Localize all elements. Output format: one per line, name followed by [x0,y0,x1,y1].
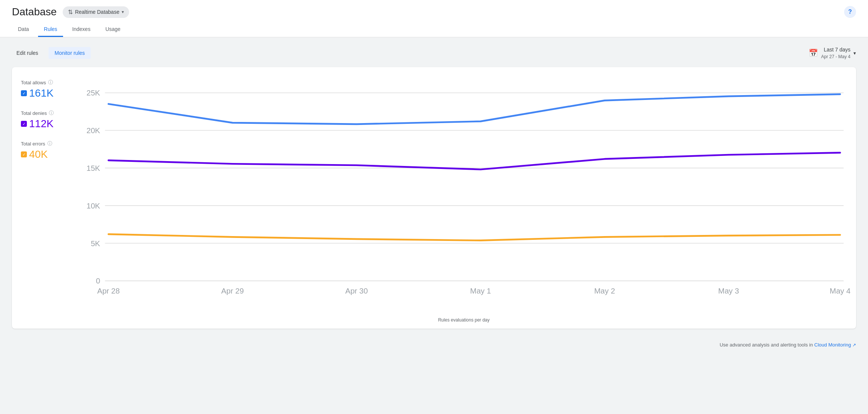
svg-text:15K: 15K [87,164,100,172]
allows-help-icon[interactable]: ⓘ [48,79,53,86]
chart-svg: 25K 20K 15K 10K 5K 0 [81,76,847,313]
svg-text:5K: 5K [91,239,100,248]
main-content: Edit rules Monitor rules 📅 Last 7 days A… [0,37,868,338]
date-text: Last 7 days Apr 27 - May 4 [821,46,850,60]
errors-help-icon[interactable]: ⓘ [47,140,52,147]
legend-allows-value: ✓ 161K [21,87,75,99]
tab-usage[interactable]: Usage [99,22,126,37]
tab-nav: Data Rules Indexes Usage [12,22,856,37]
errors-checkbox[interactable]: ✓ [21,151,27,157]
legend-denies: Total denies ⓘ ✓ 112K [21,110,75,130]
date-chevron-icon: ▾ [853,50,856,56]
legend-allows-label: Total allows ⓘ [21,79,75,86]
legend-errors-value: ✓ 40K [21,148,75,160]
legend-errors: Total errors ⓘ ✓ 40K [21,140,75,160]
help-label: ? [848,9,852,15]
legend-denies-label: Total denies ⓘ [21,110,75,116]
legend-allows: Total allows ⓘ ✓ 161K [21,79,75,99]
page-title: Database [12,6,57,18]
external-link-icon: ↗ [852,342,856,348]
tab-rules[interactable]: Rules [38,22,63,37]
calendar-icon: 📅 [809,48,818,57]
date-range-main: Last 7 days [821,46,850,54]
legend-errors-label: Total errors ⓘ [21,140,75,147]
chart-footer-label: Rules evaluations per day [81,317,847,323]
chart-area: 25K 20K 15K 10K 5K 0 [81,76,847,323]
svg-text:10K: 10K [87,201,100,210]
date-range-sub: Apr 27 - May 4 [821,54,850,60]
denies-help-icon[interactable]: ⓘ [49,110,54,116]
edit-rules-button[interactable]: Edit rules [12,47,43,59]
svg-text:Apr 30: Apr 30 [345,286,368,295]
tab-indexes[interactable]: Indexes [66,22,96,37]
chart-layout: Total allows ⓘ ✓ 161K Total denies ⓘ ✓ [21,76,847,323]
chart-card: Total allows ⓘ ✓ 161K Total denies ⓘ ✓ [12,67,856,329]
allows-checkbox[interactable]: ✓ [21,90,27,96]
chevron-down-icon: ▾ [122,9,124,15]
page-header: Database ⇅ Realtime Database ▾ ? Data Ru… [0,0,868,37]
svg-text:May 1: May 1 [470,286,491,295]
denies-checkbox[interactable]: ✓ [21,121,27,127]
date-selector[interactable]: 📅 Last 7 days Apr 27 - May 4 ▾ [809,46,856,60]
monitor-rules-button[interactable]: Monitor rules [49,47,91,59]
legend-denies-value: ✓ 112K [21,118,75,130]
footer-note: Use advanced analysis and alerting tools… [0,338,868,351]
cloud-monitoring-link[interactable]: Cloud Monitoring ↗ [814,342,856,348]
svg-text:20K: 20K [87,126,100,135]
chart-legend: Total allows ⓘ ✓ 161K Total denies ⓘ ✓ [21,76,81,323]
toolbar: Edit rules Monitor rules 📅 Last 7 days A… [12,46,856,60]
header-top: Database ⇅ Realtime Database ▾ ? [12,6,856,22]
svg-text:May 4: May 4 [830,286,850,295]
db-selector-label: Realtime Database [75,9,119,15]
errors-label-text: Total errors [21,141,45,147]
help-button[interactable]: ? [844,6,856,18]
db-icon: ⇅ [68,9,73,16]
svg-text:Apr 28: Apr 28 [97,286,119,295]
svg-text:Apr 29: Apr 29 [221,286,244,295]
svg-text:May 3: May 3 [718,286,739,295]
denies-label-text: Total denies [21,110,47,116]
svg-text:25K: 25K [87,89,100,97]
tab-data[interactable]: Data [12,22,35,37]
svg-text:0: 0 [96,277,100,285]
footer-note-text: Use advanced analysis and alerting tools… [719,342,813,348]
svg-text:May 2: May 2 [594,286,615,295]
db-selector-button[interactable]: ⇅ Realtime Database ▾ [63,6,129,18]
allows-label-text: Total allows [21,80,46,85]
